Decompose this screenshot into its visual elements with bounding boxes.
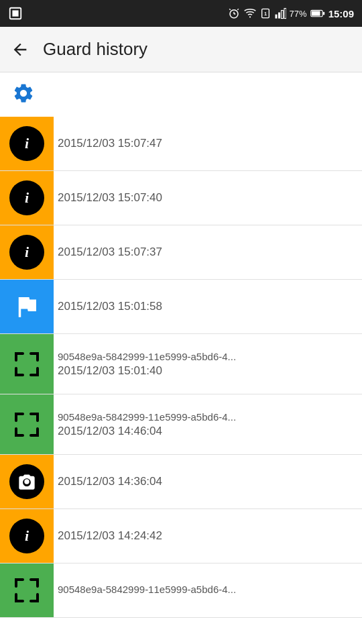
status-icons: 1 77% 15:09 [228, 7, 354, 19]
list-item[interactable]: 90548e9a-5842999-11e5999-a5bd6-4... 2015… [0, 334, 362, 394]
svg-rect-15 [312, 11, 320, 15]
item-icon-bg: i [0, 509, 54, 563]
list-item[interactable]: i 2015/12/03 15:07:47 [0, 117, 362, 171]
app-bar: Guard history [0, 27, 362, 72]
settings-row [0, 72, 362, 117]
list-item[interactable]: 2015/12/03 15:01:58 [0, 280, 362, 334]
item-icon-bg [0, 334, 54, 394]
item-text: 2015/12/03 14:36:04 [54, 455, 362, 508]
item-text: 2015/12/03 15:01:58 [54, 280, 362, 333]
scan-bracket-icon [13, 577, 40, 604]
flag-svg [13, 292, 41, 321]
battery-percent: 77% [290, 9, 307, 19]
info-icon: i [9, 235, 44, 270]
info-icon: i [9, 126, 44, 161]
item-timestamp: 2015/12/03 14:36:04 [58, 475, 355, 488]
status-bar: 1 77% 15:09 [0, 0, 362, 27]
back-arrow-icon [11, 40, 29, 59]
item-timestamp: 2015/12/03 15:07:47 [58, 137, 355, 150]
camera-svg [17, 472, 36, 491]
scan-bracket-icon [13, 411, 40, 438]
info-icon: i [9, 519, 44, 553]
item-icon-bg: i [0, 225, 54, 279]
list-item[interactable]: 2015/12/03 14:36:04 [0, 455, 362, 509]
item-text: 2015/12/03 15:07:40 [54, 171, 362, 225]
svg-line-5 [229, 9, 231, 10]
scan-icon [9, 347, 44, 382]
signal-icon [274, 7, 286, 19]
page-title: Guard history [43, 39, 147, 60]
item-text: 2015/12/03 15:07:47 [54, 117, 362, 170]
item-uuid: 90548e9a-5842999-11e5999-a5bd6-4... [58, 411, 355, 423]
scan-bracket-icon [13, 351, 40, 378]
history-list: i 2015/12/03 15:07:47 i 2015/12/03 15:07… [0, 117, 362, 618]
battery-icon [310, 9, 325, 18]
wifi-icon [243, 7, 257, 19]
scan-icon [9, 407, 44, 442]
item-timestamp: 2015/12/03 15:07:40 [58, 191, 355, 205]
svg-rect-10 [275, 15, 277, 19]
svg-line-6 [237, 9, 239, 10]
screenshot-icon [8, 6, 23, 21]
item-timestamp: 2015/12/03 14:24:42 [58, 529, 355, 543]
item-timestamp: 2015/12/03 15:01:40 [58, 364, 355, 378]
item-text: 2015/12/03 15:07:37 [54, 225, 362, 279]
item-text: 90548e9a-5842999-11e5999-a5bd6-4... 2015… [54, 394, 362, 454]
list-item[interactable]: i 2015/12/03 14:24:42 [0, 509, 362, 564]
sim-icon: 1 [260, 7, 271, 19]
item-icon-bg [0, 280, 54, 333]
settings-icon[interactable] [12, 82, 35, 105]
item-uuid: 90548e9a-5842999-11e5999-a5bd6-4... [58, 351, 355, 362]
back-button[interactable] [11, 40, 29, 59]
alarm-icon [228, 7, 240, 19]
item-icon-bg [0, 564, 54, 617]
item-icon-bg [0, 455, 54, 508]
item-timestamp: 2015/12/03 14:46:04 [58, 425, 355, 438]
info-icon: i [9, 180, 44, 215]
item-icon-bg [0, 394, 54, 454]
item-text: 90548e9a-5842999-11e5999-a5bd6-4... 2015… [54, 334, 362, 394]
item-text: 2015/12/03 14:24:42 [54, 509, 362, 563]
svg-rect-13 [284, 9, 286, 19]
list-item[interactable]: i 2015/12/03 15:07:40 [0, 171, 362, 225]
svg-point-7 [249, 16, 250, 17]
svg-rect-16 [322, 12, 324, 15]
item-text: 90548e9a-5842999-11e5999-a5bd6-4... [54, 564, 362, 617]
scan-icon [9, 573, 44, 608]
status-time: 15:09 [328, 8, 354, 19]
svg-rect-11 [278, 13, 280, 19]
camera-icon [9, 464, 44, 499]
svg-rect-1 [12, 10, 18, 16]
svg-text:1: 1 [264, 11, 267, 17]
list-item[interactable]: 90548e9a-5842999-11e5999-a5bd6-4... 2015… [0, 394, 362, 455]
svg-rect-12 [281, 11, 283, 19]
list-item[interactable]: i 2015/12/03 15:07:37 [0, 225, 362, 280]
item-timestamp: 2015/12/03 15:01:58 [58, 300, 355, 313]
flag-icon [9, 289, 44, 324]
item-uuid: 90548e9a-5842999-11e5999-a5bd6-4... [58, 584, 355, 595]
item-icon-bg: i [0, 117, 54, 170]
item-icon-bg: i [0, 171, 54, 225]
item-timestamp: 2015/12/03 15:07:37 [58, 246, 355, 259]
list-item[interactable]: 90548e9a-5842999-11e5999-a5bd6-4... [0, 564, 362, 618]
